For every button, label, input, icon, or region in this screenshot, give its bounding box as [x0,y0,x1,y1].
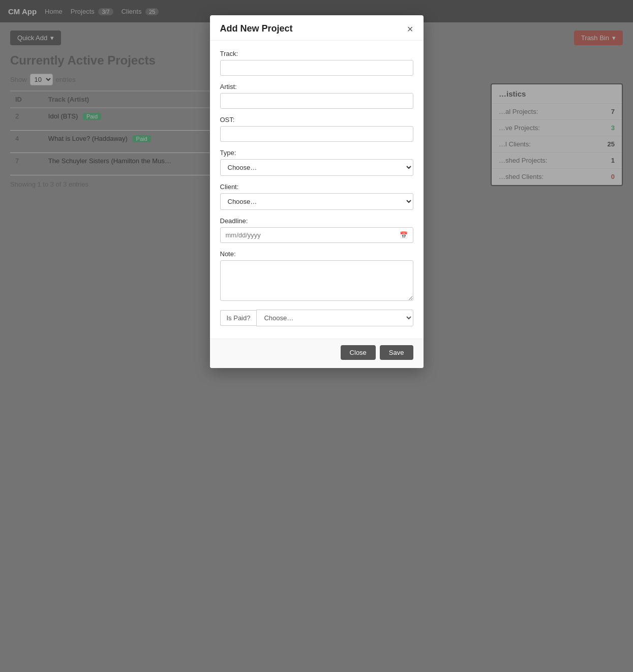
ost-field-group: OST: [220,116,413,142]
track-input[interactable] [220,60,413,76]
note-textarea[interactable] [220,260,413,301]
close-button[interactable]: Close [341,345,376,360]
artist-input[interactable] [220,93,413,109]
note-label: Note: [220,250,413,258]
is-paid-row: Is Paid? Choose… [220,310,413,326]
type-field-group: Type: Choose… [220,149,413,176]
save-button[interactable]: Save [380,345,413,360]
deadline-label: Deadline: [220,217,413,225]
track-field-group: Track: [220,50,413,76]
artist-field-group: Artist: [220,83,413,109]
modal-title: Add New Project [220,23,293,34]
modal-body: Track: Artist: OST: Type: Choose… Client… [210,41,424,339]
modal-add-project: Add New Project × Track: Artist: OST: Ty… [210,15,424,368]
note-field-group: Note: [220,250,413,302]
ost-label: OST: [220,116,413,124]
modal-footer: Close Save [210,339,424,368]
is-paid-select[interactable]: Choose… [256,310,413,326]
deadline-date-wrapper: 📅 [220,227,413,243]
modal-overlay: Add New Project × Track: Artist: OST: Ty… [0,0,633,672]
deadline-field-group: Deadline: 📅 [220,217,413,243]
type-select[interactable]: Choose… [220,159,413,176]
client-label: Client: [220,183,413,191]
client-field-group: Client: Choose… [220,183,413,210]
artist-label: Artist: [220,83,413,90]
modal-header: Add New Project × [210,15,424,41]
track-label: Track: [220,50,413,57]
ost-input[interactable] [220,126,413,142]
calendar-icon[interactable]: 📅 [400,231,408,239]
modal-close-x-button[interactable]: × [407,24,413,34]
client-select[interactable]: Choose… [220,193,413,210]
is-paid-label: Is Paid? [220,310,257,326]
type-label: Type: [220,149,413,157]
deadline-input[interactable] [226,231,400,239]
